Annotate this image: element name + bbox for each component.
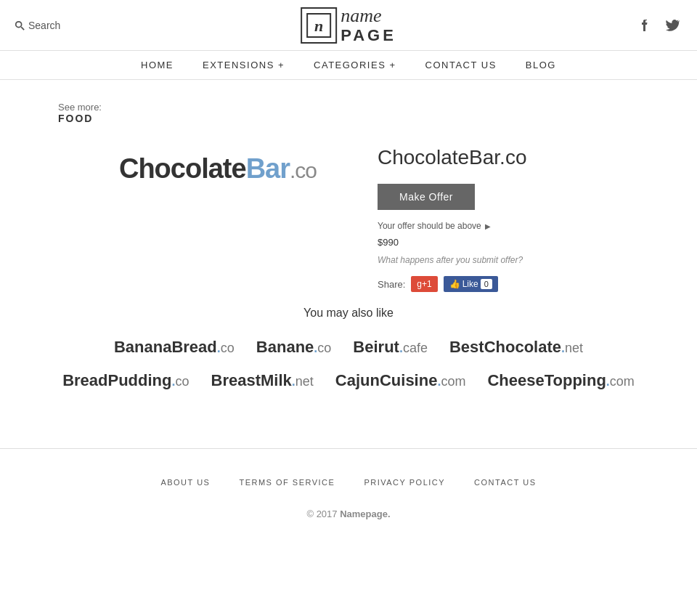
svg-point-0 (16, 21, 22, 27)
social-links (635, 15, 682, 36)
domain-link-ext: cafe (403, 341, 428, 355)
nav-home[interactable]: HOME (141, 60, 174, 70)
logo-icon-svg: n (306, 12, 332, 38)
list-item[interactable]: BananaBread.co (114, 338, 235, 357)
what-happens-link[interactable]: What happens after you submit offer? (378, 255, 595, 265)
domain-logo-area: ChocolateBar.co (102, 139, 334, 199)
make-offer-button[interactable]: Make Offer (378, 184, 475, 210)
list-item[interactable]: BestChocolate.net (449, 338, 583, 357)
site-logo[interactable]: n name PAGE (301, 6, 396, 44)
list-item[interactable]: BreadPudding.co (62, 371, 189, 390)
copyright-year: © 2017 (306, 508, 337, 519)
offer-note: Your offer should be above ▶ (378, 221, 595, 231)
category-link[interactable]: FOOD (58, 113, 639, 124)
also-like-title: You may also like (58, 307, 639, 320)
see-more-label: See more: (58, 102, 639, 113)
main-content: See more: FOOD ChocolateBar.co Chocolate… (0, 80, 697, 434)
domain-link-ext: com (610, 374, 635, 389)
logo-page: PAGE (341, 27, 396, 44)
fb-thumbs-icon: 👍 (449, 279, 460, 289)
footer: ABOUT US TERMS OF SERVICE PRIVACY POLICY… (0, 448, 697, 541)
footer-copyright: © 2017 Namepage. (0, 501, 697, 541)
domain-link-main: BananaBread (114, 338, 217, 356)
breadcrumb: See more: FOOD (58, 102, 639, 124)
list-item[interactable]: Beirut.cafe (353, 338, 428, 357)
domain-link-ext: co (221, 341, 235, 355)
logo-text: name PAGE (341, 6, 396, 44)
search-icon (15, 20, 25, 31)
domain-link-main: CheeseTopping (487, 371, 606, 389)
domain-link-main: CajunCuisine (335, 371, 438, 389)
domain-link-main: Beirut (353, 338, 399, 356)
domain-colored-text: Bar (246, 153, 290, 184)
list-item[interactable]: BreastMilk.net (211, 371, 314, 390)
twitter-icon[interactable] (662, 15, 682, 36)
fb-like-label: Like (462, 279, 478, 289)
search-label: Search (28, 20, 60, 31)
domain-logo-display: ChocolateBar.co (119, 153, 317, 185)
domain-main-text: Chocolate (119, 153, 246, 184)
logo-icon: n (301, 7, 337, 44)
footer-contact[interactable]: CONTACT US (474, 478, 537, 487)
domain-link-ext: net (565, 341, 583, 355)
domain-link-main: BestChocolate (449, 338, 561, 356)
domain-extension-text: .co (290, 158, 317, 182)
offer-amount: $990 (378, 237, 595, 248)
domain-link-ext: co (317, 341, 331, 355)
footer-brand-link[interactable]: Namepage. (340, 508, 390, 519)
svg-line-1 (21, 27, 24, 30)
nav-extensions[interactable]: EXTENSIONS + (203, 60, 285, 70)
header: Search n name PAGE (0, 0, 697, 51)
domain-info: ChocolateBar.co Make Offer Your offer sh… (378, 139, 595, 292)
domain-link-ext: co (175, 374, 189, 389)
domain-link-main: BreadPudding (62, 371, 171, 389)
fb-like-button[interactable]: 👍 Like 0 (444, 276, 498, 292)
fb-count: 0 (481, 279, 492, 289)
share-label: Share: (378, 279, 405, 290)
domain-heading: ChocolateBar.co (378, 146, 595, 169)
offer-note-text: Your offer should be above (378, 221, 481, 231)
share-row: Share: g+1 👍 Like 0 (378, 276, 595, 292)
also-like-section: You may also like BananaBread.co Banane.… (58, 307, 639, 390)
footer-nav: ABOUT US TERMS OF SERVICE PRIVACY POLICY… (0, 463, 697, 501)
also-like-grid: BananaBread.co Banane.co Beirut.cafe Bes… (58, 338, 639, 390)
main-nav: HOME EXTENSIONS + CATEGORIES + CONTACT U… (0, 51, 697, 80)
nav-blog[interactable]: BLOG (526, 60, 556, 70)
footer-divider (0, 448, 697, 449)
domain-detail: ChocolateBar.co ChocolateBar.co Make Off… (58, 139, 639, 292)
list-item[interactable]: Banane.co (256, 338, 332, 357)
domain-link-main: BreastMilk (211, 371, 292, 389)
gplus-button[interactable]: g+1 (411, 276, 437, 292)
domain-link-ext: net (295, 374, 314, 389)
list-item[interactable]: CajunCuisine.com (335, 371, 466, 390)
list-item[interactable]: CheeseTopping.com (487, 371, 634, 390)
footer-tos[interactable]: TERMS OF SERVICE (239, 478, 335, 487)
domain-link-ext: com (441, 374, 465, 389)
svg-text:n: n (314, 17, 323, 35)
nav-categories[interactable]: CATEGORIES + (314, 60, 396, 70)
footer-privacy[interactable]: PRIVACY POLICY (364, 478, 445, 487)
offer-arrow-icon: ▶ (485, 222, 491, 230)
domain-link-main: Banane (256, 338, 314, 356)
search-button[interactable]: Search (15, 20, 60, 31)
facebook-icon[interactable] (635, 15, 655, 36)
logo-name: name (341, 6, 396, 27)
nav-contact[interactable]: CONTACT US (425, 60, 497, 70)
footer-about[interactable]: ABOUT US (160, 478, 210, 487)
